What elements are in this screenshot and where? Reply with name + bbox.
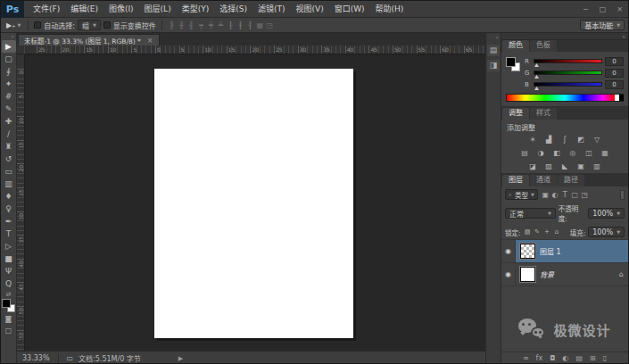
menu-item[interactable]: 图层(L): [139, 1, 177, 18]
show-transform-checkbox[interactable]: [103, 21, 111, 29]
panel-tab[interactable]: 调整: [502, 108, 529, 120]
align-left-edges-icon[interactable]: ╟: [168, 21, 176, 29]
filter-smart-objects-icon[interactable]: ◳: [580, 191, 590, 199]
exposure-icon[interactable]: ◩: [575, 135, 587, 145]
channel-value-field[interactable]: 0: [605, 80, 624, 89]
layer-visibility-eye-icon[interactable]: ◉: [501, 263, 516, 285]
crop-tool[interactable]: #: [2, 90, 16, 103]
history-panel-icon[interactable]: ▤: [487, 45, 500, 56]
layer-visibility-eye-icon[interactable]: ◉: [501, 240, 516, 262]
delete-layer-button[interactable]: ▯: [603, 352, 607, 364]
swap-colors-icon[interactable]: ⇄: [6, 291, 12, 298]
workspace-switcher[interactable]: 基本功能▼: [580, 20, 625, 30]
color-slider[interactable]: [534, 82, 602, 87]
spot-healing-brush-tool[interactable]: ✚: [2, 115, 16, 128]
menu-item[interactable]: 编辑(E): [65, 1, 103, 18]
canvas-area[interactable]: [25, 54, 485, 351]
slider-thumb[interactable]: [534, 87, 539, 90]
panel-tab[interactable]: 图层: [502, 175, 529, 186]
eraser-tool[interactable]: ▭: [2, 165, 16, 178]
hand-tool[interactable]: Ψ: [2, 265, 16, 277]
filter-adjustment-layers-icon[interactable]: ◐: [550, 191, 560, 199]
horizontal-ruler[interactable]: 25201510505101520253035404550556065: [25, 46, 485, 54]
rectangular-marquee-tool[interactable]: ▢: [2, 53, 16, 65]
menu-item[interactable]: 选择(S): [214, 1, 252, 18]
menu-item[interactable]: 滤镜(T): [252, 1, 291, 18]
color-lookup-icon[interactable]: ▦: [600, 148, 611, 158]
align-top-edges-icon[interactable]: ┯: [197, 21, 205, 29]
layer-row[interactable]: ◉ 图层 1: [501, 240, 628, 263]
collapse-panels-icon[interactable]: »: [622, 33, 625, 39]
lock-position-icon[interactable]: +: [543, 228, 551, 236]
close-tab-icon[interactable]: ×: [147, 37, 153, 45]
panel-tab[interactable]: 路径: [558, 175, 584, 186]
layer-thumbnail[interactable]: [520, 267, 535, 282]
opacity-field[interactable]: 100%▼: [588, 208, 625, 219]
blend-mode-dropdown[interactable]: 正常▼: [505, 208, 556, 219]
history-brush-tool[interactable]: ↺: [2, 153, 16, 165]
channel-mixer-icon[interactable]: ◫: [583, 148, 595, 158]
menu-item[interactable]: 帮助(H): [370, 1, 410, 18]
levels-icon[interactable]: ▟: [543, 135, 555, 145]
foreground-background-swatches[interactable]: [2, 299, 15, 312]
auto-select-target-dropdown[interactable]: 组▼: [78, 20, 101, 30]
align-right-edges-icon[interactable]: ╢: [187, 21, 195, 29]
layer-style-button[interactable]: fx: [536, 352, 543, 364]
add-layer-mask-button[interactable]: ◘: [550, 352, 555, 364]
type-tool[interactable]: T: [2, 228, 16, 240]
selective-color-icon[interactable]: ▣: [575, 161, 587, 171]
quick-mask-button[interactable]: ◙: [2, 313, 16, 325]
align-bottom-edges-icon[interactable]: ┷: [217, 21, 225, 29]
invert-icon[interactable]: ◪: [527, 161, 539, 171]
fill-field[interactable]: 100%▼: [588, 227, 625, 237]
arrange-3d-icon[interactable]: ◳: [266, 21, 274, 29]
lock-image-pixels-icon[interactable]: ✎: [534, 228, 542, 236]
vertical-ruler[interactable]: 051015202530354045505560: [17, 54, 25, 351]
lock-all-icon[interactable]: ⌂: [553, 228, 561, 236]
threshold-icon[interactable]: ◣: [559, 161, 571, 171]
channel-value-field[interactable]: 0: [605, 69, 624, 78]
link-layers-button[interactable]: ∞: [523, 352, 529, 364]
lock-transparent-pixels-icon[interactable]: ▨: [524, 228, 532, 236]
photo-filter-icon[interactable]: ◎: [567, 148, 579, 158]
menu-item[interactable]: 文件(F): [28, 1, 65, 18]
filter-pixel-layers-icon[interactable]: ▣: [541, 191, 550, 199]
distribute-horizontal-centers-icon[interactable]: ╂: [236, 21, 244, 29]
color-slider[interactable]: [534, 70, 602, 75]
brush-tool[interactable]: ∕: [2, 128, 16, 140]
quick-selection-tool[interactable]: ✦: [2, 78, 16, 90]
vibrance-icon[interactable]: ▽: [592, 135, 603, 145]
properties-panel-icon[interactable]: ◨: [487, 60, 500, 71]
gradient-tool[interactable]: ▥: [2, 178, 16, 190]
new-layer-button[interactable]: ⊞: [590, 352, 596, 364]
black-white-icon[interactable]: ◧: [551, 148, 563, 158]
new-adjustment-layer-button[interactable]: ◐: [562, 352, 568, 364]
zoom-level[interactable]: 33.33%: [22, 354, 50, 362]
move-tool-preset[interactable]: ▶₊ ▼: [4, 21, 22, 29]
panel-tab[interactable]: 通道: [530, 175, 557, 186]
color-slider[interactable]: [534, 59, 602, 63]
panel-color-swatches[interactable]: [506, 57, 520, 71]
zoom-tool[interactable]: Q: [2, 277, 16, 290]
align-horizontal-centers-icon[interactable]: ╫: [178, 21, 186, 29]
screen-mode-button[interactable]: ▢: [2, 325, 16, 336]
clone-stamp-tool[interactable]: ♜: [2, 140, 16, 153]
distribute-left-edges-icon[interactable]: ┠: [227, 21, 235, 29]
menu-item[interactable]: 视图(V): [290, 1, 328, 18]
move-tool[interactable]: ▶: [2, 40, 16, 53]
menu-item[interactable]: 窗口(W): [329, 1, 370, 18]
path-selection-tool[interactable]: ▷: [2, 240, 16, 252]
align-vertical-centers-icon[interactable]: ┿: [207, 21, 215, 29]
maximize-button[interactable]: □: [594, 1, 611, 18]
close-button[interactable]: ×: [611, 1, 628, 18]
distribute-right-edges-icon[interactable]: ┨: [246, 21, 254, 29]
panel-tab[interactable]: 颜色: [502, 40, 529, 52]
panel-tab[interactable]: 样式: [530, 108, 557, 120]
gradient-map-icon[interactable]: ▥: [592, 161, 603, 171]
menu-item[interactable]: 图像(I): [103, 1, 139, 18]
layer-filter-toggle[interactable]: [620, 190, 625, 200]
status-menu-arrow-icon[interactable]: ▶: [178, 355, 183, 362]
blur-tool[interactable]: ♦: [2, 190, 16, 203]
filter-shape-layers-icon[interactable]: ▢: [570, 191, 580, 199]
brightness-contrast-icon[interactable]: ☀: [527, 135, 539, 145]
